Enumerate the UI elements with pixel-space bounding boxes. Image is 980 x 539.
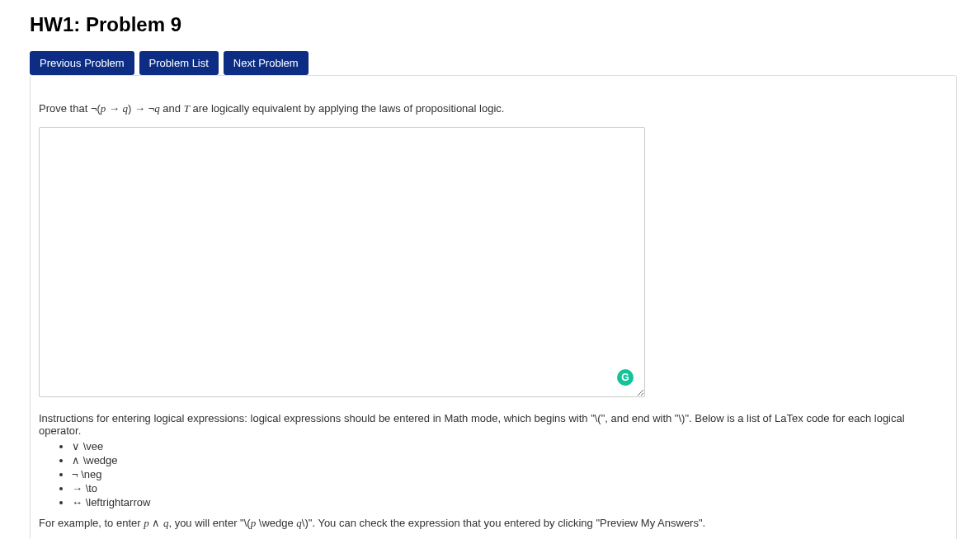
list-item: ↔ \leftrightarrow bbox=[72, 496, 948, 509]
problem-list-button[interactable]: Problem List bbox=[139, 51, 219, 75]
list-item: ¬ \neg bbox=[72, 468, 948, 480]
operator-list: ∨ \vee ∧ \wedge ¬ \neg → \to ↔ \leftrigh… bbox=[39, 440, 948, 509]
answer-wrapper: G bbox=[39, 127, 645, 397]
problem-prompt: Prove that ¬(p → q) → ¬q and T are logic… bbox=[39, 102, 948, 115]
page-title: HW1: Problem 9 bbox=[30, 13, 957, 36]
instructions-lead: Instructions for entering logical expres… bbox=[39, 412, 948, 437]
prompt-math: T bbox=[184, 102, 190, 115]
prompt-text: Prove that bbox=[39, 102, 91, 115]
prompt-math: ¬(p → q) → ¬q bbox=[91, 102, 160, 115]
next-problem-button[interactable]: Next Problem bbox=[224, 51, 309, 75]
example-text: For example, to enter p ∧ q, you will en… bbox=[39, 517, 948, 530]
list-item: → \to bbox=[72, 482, 948, 494]
problem-container: Prove that ¬(p → q) → ¬q and T are logic… bbox=[30, 75, 957, 539]
list-item: ∧ \wedge bbox=[72, 454, 948, 466]
answer-textarea[interactable] bbox=[39, 127, 645, 397]
prompt-text: are logically equivalent by applying the… bbox=[190, 102, 505, 115]
prompt-text: and bbox=[160, 102, 184, 115]
instructions-block: Instructions for entering logical expres… bbox=[39, 412, 948, 530]
list-item: ∨ \vee bbox=[72, 440, 948, 452]
nav-row: Previous Problem Problem List Next Probl… bbox=[30, 51, 957, 75]
previous-problem-button[interactable]: Previous Problem bbox=[30, 51, 134, 75]
